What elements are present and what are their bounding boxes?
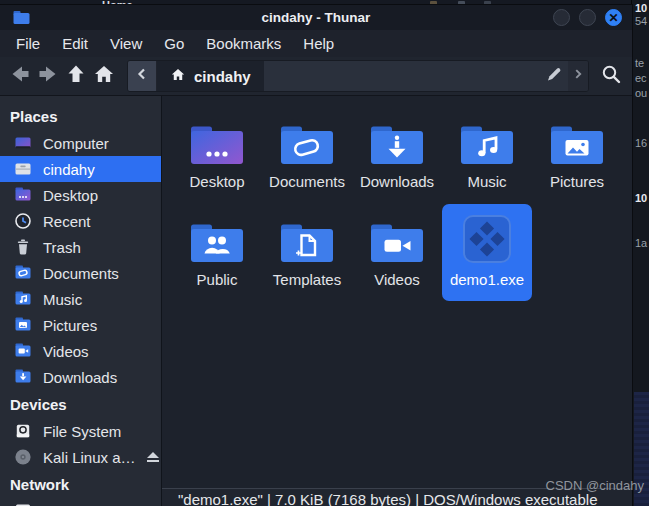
sidebar-item-recent[interactable]: Recent (0, 208, 161, 234)
sidebar-item-trash[interactable]: Trash (0, 234, 161, 260)
file-item-downloads[interactable]: Downloads (352, 106, 442, 203)
file-item-demo1-exe[interactable]: demo1.exe (442, 204, 532, 301)
arrow-right-icon (37, 63, 59, 89)
file-item-label: Public (197, 271, 238, 288)
folder-videos-icon (368, 208, 426, 266)
sidebar-item-label: Pictures (43, 317, 97, 334)
file-view[interactable]: Desktop Documents Downloads Music Pictur… (161, 96, 632, 506)
file-item-public[interactable]: Public (172, 204, 262, 301)
titlebar[interactable]: cindahy - Thunar ✕ (0, 5, 632, 30)
thunar-window: cindahy - Thunar ✕ FileEditViewGoBookmar… (0, 5, 632, 506)
file-item-label: Music (467, 173, 506, 190)
close-button[interactable]: ✕ (605, 9, 622, 26)
sidebar-item-downloads[interactable]: Downloads (0, 364, 161, 390)
file-item-documents[interactable]: Documents (262, 106, 352, 203)
window-title: cindahy - Thunar (0, 10, 632, 25)
exe-app-icon (460, 208, 514, 266)
disc-icon (14, 448, 32, 466)
home-icon (170, 67, 186, 85)
minimize-button[interactable] (553, 9, 570, 26)
sidebar-item-label: cindahy (43, 161, 95, 178)
folder-templates-icon (278, 208, 336, 266)
window-content: Places Computer cindahy Desktop Recent T… (0, 96, 632, 506)
watermark: CSDN @cindahy (546, 478, 644, 493)
menu-file[interactable]: File (5, 32, 51, 55)
chevron-right-icon (571, 67, 585, 85)
folder-music-small-icon (14, 290, 32, 308)
path-bar[interactable] (264, 61, 568, 91)
file-item-templates[interactable]: Templates (262, 204, 352, 301)
window-controls: ✕ (553, 9, 622, 26)
folder-pictures-icon (548, 110, 606, 168)
breadcrumb-scroll-left-button[interactable] (128, 61, 157, 91)
bg-window-fragment: 1a (635, 237, 647, 249)
folder-desktop-icon (188, 110, 246, 168)
sidebar-item-label: Music (43, 291, 82, 308)
file-grid: Desktop Documents Downloads Music Pictur… (162, 96, 632, 302)
sidebar-item-documents[interactable]: Documents (0, 260, 161, 286)
sidebar-item-label: Browse Network (43, 503, 152, 506)
back-button[interactable] (6, 62, 34, 90)
bg-window-fragment: 10 (635, 2, 647, 14)
file-item-desktop[interactable]: Desktop (172, 106, 262, 203)
bg-window-fragment: ou (635, 87, 647, 99)
home-drawer-icon (14, 160, 32, 178)
forward-button[interactable] (34, 62, 62, 90)
search-icon (600, 63, 622, 89)
clock-icon (14, 212, 32, 230)
folder-documents-icon (278, 110, 336, 168)
bg-window-fragment: 16 (635, 137, 647, 149)
bg-window-fragment: 10 (635, 192, 647, 204)
breadcrumb-scroll-right-button[interactable] (568, 61, 588, 91)
home-button[interactable] (90, 62, 118, 90)
file-item-music[interactable]: Music (442, 106, 532, 203)
search-button[interactable] (596, 61, 626, 91)
sidebar-item-desktop[interactable]: Desktop (0, 182, 161, 208)
file-item-pictures[interactable]: Pictures (532, 106, 622, 203)
eject-icon[interactable] (147, 452, 159, 463)
bg-window-fragment: ec (635, 72, 647, 84)
home-icon (93, 63, 115, 89)
menu-view[interactable]: View (99, 32, 153, 55)
menu-go[interactable]: Go (153, 32, 195, 55)
sidebar-item-kali-linux-a[interactable]: Kali Linux a… (0, 444, 161, 470)
file-item-videos[interactable]: Videos (352, 204, 442, 301)
sidebar-item-videos[interactable]: Videos (0, 338, 161, 364)
bg-window-fragment: 54 (635, 15, 647, 27)
breadcrumb-item-home[interactable]: cindahy (157, 61, 264, 91)
folder-public-icon (188, 208, 246, 266)
computer-screen-icon (14, 134, 32, 152)
menu-bookmarks[interactable]: Bookmarks (195, 32, 292, 55)
menu-help[interactable]: Help (292, 32, 345, 55)
sidebar-item-computer[interactable]: Computer (0, 130, 161, 156)
breadcrumb-item-label: cindahy (194, 68, 251, 85)
sidebar-item-file-system[interactable]: File System (0, 418, 161, 444)
folder-desktop-small-icon (14, 186, 32, 204)
sidebar-item-pictures[interactable]: Pictures (0, 312, 161, 338)
folder-downloads-icon (368, 110, 426, 168)
sidebar-item-label: Downloads (43, 369, 117, 386)
up-button[interactable] (62, 62, 90, 90)
sidebar-item-label: Recent (43, 213, 91, 230)
file-item-label: Desktop (189, 173, 244, 190)
maximize-button[interactable] (579, 9, 596, 26)
sidebar-item-label: Documents (43, 265, 119, 282)
file-item-label: Downloads (360, 173, 434, 190)
sidebar-item-label: Videos (43, 343, 89, 360)
screen: Home 1054teecou16101a cindahy - Thunar ✕… (0, 0, 649, 506)
sidebar-item-browse-network[interactable]: Browse Network (0, 498, 161, 506)
sidebar: Places Computer cindahy Desktop Recent T… (0, 96, 161, 506)
sidebar-item-music[interactable]: Music (0, 286, 161, 312)
folder-documents-small-icon (14, 264, 32, 282)
sidebar-item-cindahy[interactable]: cindahy (0, 156, 161, 182)
sidebar-item-label: Kali Linux a… (43, 449, 136, 466)
pencil-icon[interactable] (544, 64, 564, 88)
sidebar-item-label: Trash (43, 239, 81, 256)
file-item-label: Videos (374, 271, 420, 288)
menu-edit[interactable]: Edit (51, 32, 99, 55)
folder-music-icon (458, 110, 516, 168)
drive-icon (14, 422, 32, 440)
network-pc-icon (14, 502, 32, 506)
file-item-label: Templates (273, 271, 341, 288)
arrow-left-icon (9, 63, 31, 89)
